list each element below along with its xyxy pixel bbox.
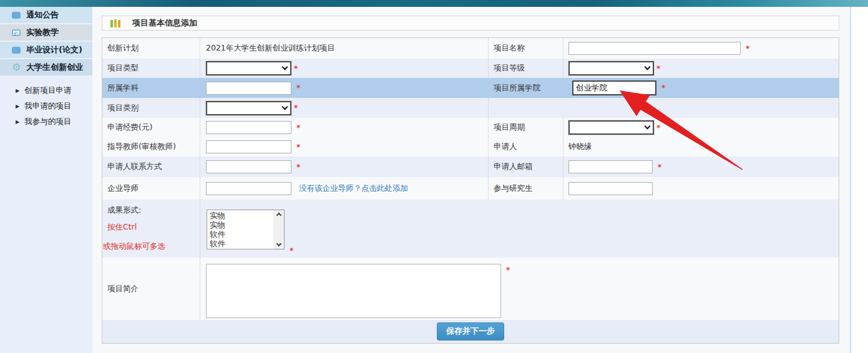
chevron-down-icon <box>282 64 288 70</box>
plan-value: 2021年大学生创新创业训练计划项目 <box>206 43 335 54</box>
form-row-type-level: 项目类型 * 项目等级 * <box>102 59 839 78</box>
required-asterisk: * <box>296 163 300 172</box>
form-row-funds-period: 申请经费(元) * 项目周期 * <box>102 118 839 137</box>
sidebar-subitem-apply-project[interactable]: 创新项目申请 <box>0 83 92 99</box>
scroll-up-icon[interactable] <box>276 213 281 218</box>
category-label: 项目类别 <box>107 103 139 114</box>
applicant-name: 钟晓缘 <box>568 142 592 152</box>
gear-icon <box>12 63 21 72</box>
required-asterisk: * <box>661 84 665 92</box>
page-title: 项目基本信息添加 <box>132 17 197 29</box>
project-type-label: 项目类型 <box>107 63 139 74</box>
submenu-item-label: 我参与的项目 <box>24 117 71 127</box>
outcome-listbox[interactable]: 实物实物软件软件研究报告 <box>207 210 285 249</box>
intro-textarea[interactable] <box>206 264 501 318</box>
sidebar-item-innovation[interactable]: 大学生创新创业 <box>0 59 92 77</box>
required-asterisk: * <box>294 64 298 73</box>
listbox-scrollbar[interactable] <box>273 210 284 249</box>
required-asterisk: * <box>294 104 298 112</box>
college-input[interactable] <box>572 80 656 95</box>
graduate-input[interactable] <box>568 182 653 195</box>
chevron-down-icon <box>282 104 288 110</box>
funds-input[interactable] <box>206 121 291 134</box>
sidebar-item-experiment-teaching[interactable]: 实验教学 <box>0 24 92 42</box>
sidebar-item-label: 毕业设计(论文) <box>26 44 82 56</box>
sidebar-subitem-my-applied-projects[interactable]: 我申请的项目 <box>0 99 92 114</box>
required-asterisk: * <box>656 123 660 132</box>
sidebar-item-label: 实验教学 <box>26 27 59 38</box>
sidebar-subitem-my-joined-projects[interactable]: 我参与的项目 <box>0 114 92 130</box>
page-right-divider <box>850 7 851 353</box>
submenu-item-label: 创新项目申请 <box>24 85 71 96</box>
listbox-option[interactable]: 实物 <box>207 211 273 220</box>
listbox-option[interactable]: 软件 <box>207 230 273 239</box>
funds-label: 申请经费(元) <box>107 122 152 133</box>
form-row-intro: 项目简介 * <box>102 258 839 320</box>
chat-bubble-outline-icon <box>12 29 21 36</box>
required-asterisk: * <box>290 246 293 255</box>
project-basic-info-form: 创新计划 2021年大学生创新创业训练计划项目 项目名称 * 项目类型 * 项目… <box>102 37 839 344</box>
required-asterisk: * <box>296 143 300 152</box>
period-label: 项目周期 <box>494 122 525 133</box>
listbox-option[interactable]: 研究报告 <box>207 248 273 249</box>
sidebar-item-label: 通知公告 <box>26 9 59 21</box>
form-row-outcome: 成果形式: 按住Ctrl 或拖动鼠标可多选 实物实物软件软件研究报告 * <box>102 200 839 258</box>
project-name-label: 项目名称 <box>494 43 525 54</box>
mentor-input[interactable] <box>206 182 291 195</box>
project-level-label: 项目等级 <box>494 63 525 74</box>
required-asterisk: * <box>296 84 300 92</box>
submenu-item-label: 我申请的项目 <box>24 101 71 112</box>
form-row-plan-name: 创新计划 2021年大学生创新创业训练计划项目 项目名称 * <box>102 38 839 59</box>
project-type-select[interactable] <box>206 61 291 75</box>
sidebar-item-label: 大学生创新创业 <box>26 62 83 73</box>
form-row-contact-email: 申请人联系方式 * 申请人邮箱 * <box>102 157 839 177</box>
project-name-input[interactable] <box>568 42 741 55</box>
chevron-down-icon <box>645 123 651 130</box>
email-label: 申请人邮箱 <box>494 162 533 172</box>
sidebar-item-notices[interactable]: 通知公告 <box>0 7 92 24</box>
email-input[interactable] <box>568 160 653 173</box>
required-asterisk: * <box>746 44 749 53</box>
outcome-hint-ctrl: 按住Ctrl <box>107 222 200 233</box>
outcome-hint-drag: 或拖动鼠标可多选 <box>103 241 200 252</box>
top-banner <box>0 0 868 7</box>
plan-label: 创新计划 <box>107 43 139 54</box>
chevron-down-icon <box>645 64 651 70</box>
save-and-next-button[interactable]: 保存并下一步 <box>437 322 504 341</box>
color-bars-icon <box>110 19 120 27</box>
listbox-option[interactable]: 软件 <box>207 239 273 248</box>
required-asterisk: * <box>506 266 510 274</box>
form-row-subject-college: 所属学科 * 项目所属学院 * <box>102 78 839 98</box>
chat-bubble-icon <box>12 47 21 54</box>
subject-label: 所属学科 <box>107 83 139 94</box>
applicant-label: 申请人 <box>494 142 517 152</box>
advisor-input[interactable] <box>206 140 291 153</box>
listbox-option[interactable]: 实物 <box>207 220 273 230</box>
form-row-category: 项目类别 * <box>102 98 839 118</box>
subject-input[interactable] <box>206 82 291 95</box>
sidebar-item-graduation-thesis[interactable]: 毕业设计(论文) <box>0 42 92 59</box>
category-select[interactable] <box>206 101 291 115</box>
contact-input[interactable] <box>206 160 291 173</box>
period-select[interactable] <box>568 120 654 135</box>
page-title-bar: 项目基本信息添加 <box>102 16 839 31</box>
contact-label: 申请人联系方式 <box>107 162 162 172</box>
main-content: 项目基本信息添加 创新计划 2021年大学生创新创业训练计划项目 项目名称 * … <box>92 7 850 353</box>
scroll-down-icon[interactable] <box>276 241 281 246</box>
outcome-options: 实物实物软件软件研究报告 <box>207 211 273 249</box>
sidebar: 通知公告 实验教学 毕业设计(论文) 大学生创新创业 创新项目申请 我申请的项目… <box>0 7 92 353</box>
graduate-label: 参与研究生 <box>494 183 533 194</box>
college-label: 项目所属学院 <box>494 83 540 94</box>
outcome-label: 成果形式: <box>107 205 200 216</box>
add-mentor-link[interactable]: 没有该企业导师？点击此处添加 <box>299 183 408 194</box>
form-footer: 保存并下一步 <box>102 320 839 343</box>
intro-label: 项目简介 <box>107 284 139 294</box>
form-row-advisor-applicant: 指导教师(审核教师) * 申请人 钟晓缘 <box>102 137 839 157</box>
project-level-select[interactable] <box>568 61 654 75</box>
required-asterisk: * <box>656 64 660 73</box>
mentor-label: 企业导师 <box>107 183 139 194</box>
required-asterisk: * <box>296 123 300 132</box>
advisor-label: 指导教师(审核教师) <box>107 142 176 152</box>
sidebar-submenu: 创新项目申请 我申请的项目 我参与的项目 <box>0 77 92 130</box>
form-row-mentor-graduate: 企业导师 没有该企业导师？点击此处添加 参与研究生 <box>102 177 839 200</box>
